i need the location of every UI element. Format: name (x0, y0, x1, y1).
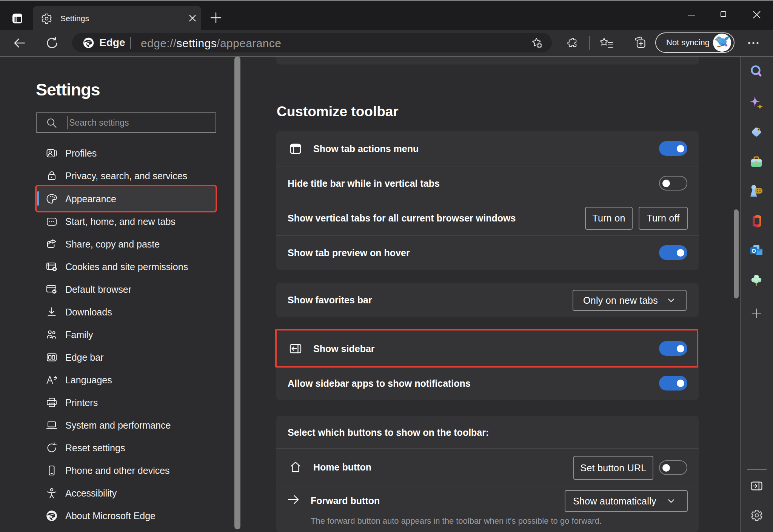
svg-text:O: O (751, 248, 756, 254)
